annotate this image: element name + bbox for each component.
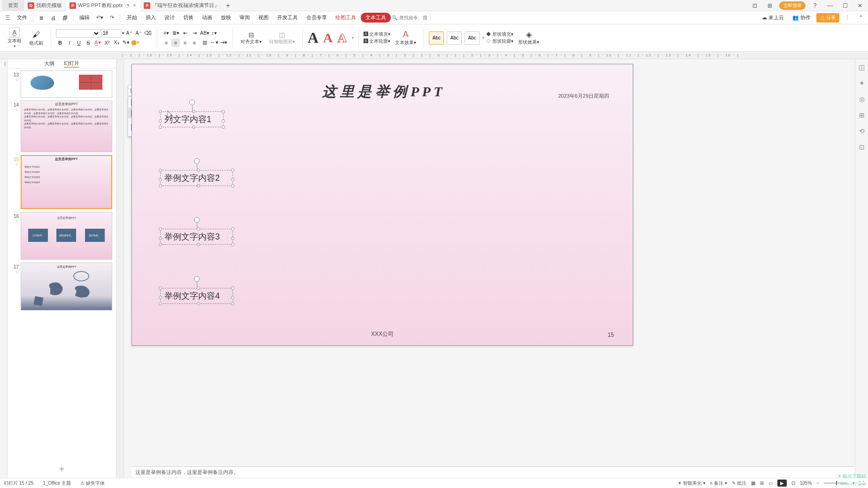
textbox-button[interactable]: A̲ 文本框▾ bbox=[5, 26, 24, 49]
tab-home[interactable]: 首页 bbox=[2, 0, 24, 11]
slide-thumbnails[interactable]: 13 ☆ 14 ☆ 这里是举例PPT 这里是举例文本内容， bbox=[8, 69, 116, 461]
select-pane-icon[interactable]: ◫ bbox=[858, 63, 866, 71]
command-search[interactable]: 🔍 bbox=[392, 15, 427, 20]
align-text-button[interactable]: ⊟ 对齐文本▾ bbox=[238, 30, 264, 46]
rotate-handle[interactable] bbox=[194, 276, 200, 282]
slides-tab[interactable]: 幻灯片 bbox=[64, 60, 79, 68]
view-normal-icon[interactable]: ▦ bbox=[751, 480, 755, 486]
tab-design[interactable]: 设计 bbox=[161, 12, 178, 23]
rotate-handle[interactable] bbox=[189, 100, 195, 105]
spacing-icon[interactable]: ↔▾ bbox=[210, 39, 218, 47]
textbox-1[interactable]: 列文字内容1 bbox=[160, 111, 224, 127]
align-left-icon[interactable]: ≡ bbox=[162, 39, 170, 47]
search-input[interactable] bbox=[399, 15, 427, 20]
zoom-out-icon[interactable]: − bbox=[816, 480, 819, 486]
tab-drawtool[interactable]: 绘图工具 bbox=[332, 12, 360, 23]
shape-style-3[interactable]: Abc bbox=[465, 31, 480, 45]
tab-insert[interactable]: 插入 bbox=[142, 12, 160, 23]
italic-button[interactable]: I bbox=[65, 39, 74, 47]
tab-review[interactable]: 审阅 bbox=[236, 12, 254, 23]
edit-label[interactable]: 编辑 bbox=[77, 12, 93, 23]
text-effect-button[interactable]: A 文本效果▾ bbox=[392, 29, 419, 47]
textbox-2[interactable]: 举例文字内容2 bbox=[160, 170, 233, 186]
collapse-ribbon-icon[interactable]: ⌃ bbox=[856, 13, 866, 23]
rotate-handle[interactable] bbox=[194, 217, 200, 223]
textbox-3[interactable]: 举例文字内容3 bbox=[160, 229, 233, 245]
notes-button[interactable]: ≡ 备注 ▾ bbox=[710, 480, 727, 487]
underline-button[interactable]: U bbox=[75, 39, 83, 47]
text-outline-button[interactable]: 🅰 文本轮廓▾ bbox=[364, 38, 391, 45]
style-expand-icon[interactable]: ▾ bbox=[352, 36, 354, 40]
print-icon[interactable]: 🖨 bbox=[48, 13, 59, 23]
zoom-level[interactable]: 105% bbox=[800, 480, 812, 486]
slide-thumb-16[interactable]: 这里是举例PPT 打开软件。 找到选项卡。 进行操作。 bbox=[21, 212, 112, 260]
slide-thumb-15[interactable]: 这里是举例PPT 举例文字内容1 举例文字内容2 举例文字内容3 举例文字内容4 bbox=[21, 155, 112, 209]
view-sorter-icon[interactable]: ⊞ bbox=[760, 480, 764, 486]
tab-pin-icon[interactable]: ◔ bbox=[125, 3, 130, 8]
undo-icon[interactable]: ↶▾ bbox=[93, 13, 106, 23]
align-justify-icon[interactable]: ≡ bbox=[190, 39, 199, 47]
increase-font-icon[interactable]: A⁺ bbox=[125, 29, 133, 38]
apps-icon[interactable]: ⊞ bbox=[764, 2, 775, 9]
history-icon[interactable]: ⟲ bbox=[858, 127, 866, 135]
tab-animation[interactable]: 动画 bbox=[198, 12, 216, 23]
slide-thumb-17[interactable]: 这里是举例PPT bbox=[21, 263, 112, 310]
shape-effect-button[interactable]: ◈ 形状效果▾ bbox=[515, 29, 542, 46]
slide-thumb-14[interactable]: 这里是举例PPT 这里是举例文本内容，这里是举例文本内容，这里是举例文本内容。这… bbox=[21, 101, 112, 152]
shape-style-2[interactable]: Abc bbox=[447, 31, 462, 45]
tab-other[interactable]: P 『端午狂欢祝福浓情满节日』 bbox=[140, 0, 223, 11]
help-icon[interactable]: ? bbox=[809, 2, 821, 9]
tab-close-icon[interactable]: ✕ bbox=[132, 3, 136, 8]
text-style-1[interactable]: A bbox=[308, 29, 318, 46]
format-brush-button[interactable]: 🖌 格式刷 bbox=[26, 29, 46, 47]
bullet-list-icon[interactable]: ≡▾ bbox=[162, 29, 170, 38]
more-icon[interactable]: ⋮ bbox=[842, 13, 853, 23]
text-fill-button[interactable]: 🅰 文本填充▾ bbox=[364, 31, 391, 38]
window-maximize-icon[interactable]: ☐ bbox=[839, 2, 851, 9]
preview-icon[interactable]: 🗐 bbox=[60, 13, 70, 23]
window-minimize-icon[interactable]: — bbox=[824, 2, 836, 9]
text-style-3[interactable]: A bbox=[337, 31, 347, 46]
zoom-fit-icon[interactable]: ⊡ bbox=[791, 480, 795, 486]
textbox-4[interactable]: 举例文字内容4 bbox=[160, 288, 233, 304]
tab-current[interactable]: P WPS PPT教程.pptx ◔ ✕ bbox=[66, 0, 140, 11]
animation-pane-icon[interactable]: ◎ bbox=[858, 95, 866, 103]
highlight-button[interactable]: ✎▾ bbox=[122, 39, 130, 47]
tab-member[interactable]: 会员专享 bbox=[302, 12, 331, 23]
shape-outline-button[interactable]: ◇ 形状轮廓▾ bbox=[486, 38, 513, 45]
shape-style-expand-icon[interactable]: ▾ bbox=[482, 36, 484, 40]
add-slide-button[interactable]: + bbox=[8, 461, 116, 478]
view-reading-icon[interactable]: ▭ bbox=[768, 480, 773, 486]
comments-button[interactable]: ✎ 批注 bbox=[732, 480, 746, 487]
slide-canvas[interactable]: 这 里 是 举 例 P P T 2023年6月29日星期四 列文字内容1 举例文… bbox=[132, 64, 633, 346]
indent-icon[interactable]: ⇥ bbox=[190, 29, 199, 38]
window-close-icon[interactable]: ✕ bbox=[854, 2, 866, 9]
grid-icon[interactable]: ⊡ bbox=[749, 2, 760, 9]
comment-icon[interactable]: ⊡ bbox=[858, 143, 866, 151]
cloud-status[interactable]: ☁ 未上云 bbox=[759, 12, 787, 23]
properties-icon[interactable]: ✦ bbox=[858, 79, 866, 87]
login-button[interactable]: 立即登录 bbox=[779, 1, 806, 10]
share-button[interactable]: △ 分享 bbox=[816, 13, 839, 23]
tab-transition[interactable]: 切换 bbox=[179, 12, 197, 23]
new-doc-icon[interactable]: 🗎 bbox=[36, 13, 47, 23]
beautify-button[interactable]: ✦ 智能美化 ▾ bbox=[678, 480, 705, 487]
rotate-handle[interactable] bbox=[194, 158, 200, 164]
theme-info[interactable]: 1_Office 主题 bbox=[43, 480, 71, 487]
smart-graphic-button[interactable]: ◫ 转智能图形▾ bbox=[266, 30, 298, 46]
tab-view[interactable]: 视图 bbox=[255, 12, 272, 23]
outline-tab[interactable]: 大纲 bbox=[44, 60, 54, 67]
tab-devtools[interactable]: 开发工具 bbox=[273, 12, 302, 23]
shape-fill-button[interactable]: ◆ 形状填充▾ bbox=[486, 31, 513, 38]
strike-button[interactable]: S bbox=[84, 39, 93, 47]
outdent-icon[interactable]: ⇤ bbox=[181, 29, 189, 38]
superscript-button[interactable]: X² bbox=[103, 39, 111, 47]
hamburger-icon[interactable]: 三 bbox=[2, 12, 13, 23]
number-list-icon[interactable]: ≣▾ bbox=[171, 29, 180, 38]
resource-icon[interactable]: ⊞ bbox=[858, 111, 866, 119]
text-direction-icon[interactable]: AB▾ bbox=[201, 29, 209, 38]
columns-icon[interactable]: ▥ bbox=[201, 39, 209, 47]
align-center-icon[interactable]: ≡ bbox=[171, 39, 180, 47]
file-menu[interactable]: 文件 bbox=[14, 12, 30, 23]
bold-button[interactable]: B bbox=[56, 39, 64, 47]
